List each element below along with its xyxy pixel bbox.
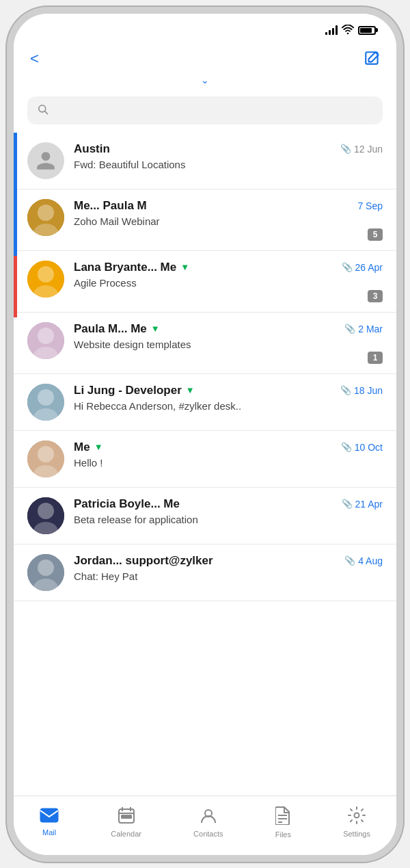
svg-rect-31: [125, 815, 128, 818]
mail-icon: [40, 808, 59, 826]
nav-item-settings[interactable]: Settings: [336, 804, 377, 841]
email-sender: Me ▼: [74, 440, 103, 454]
email-content: Paula M... Me ▼ 📎 2 Mar Website design t…: [74, 322, 383, 364]
email-content: Li Jung - Developer ▼ 📎 18 Jun Hi Rebecc…: [74, 384, 383, 412]
wifi-icon: [342, 25, 354, 36]
nav-item-contacts[interactable]: Contacts: [187, 804, 230, 841]
email-list-item[interactable]: Lana Bryante... Me ▼ 📎 26 Apr Agile Proc…: [14, 251, 396, 313]
email-date: 📎 2 Mar: [344, 324, 383, 334]
email-list-item[interactable]: Austin 📎 12 Jun Fwd: Beautiful Locations: [14, 133, 396, 189]
email-date: 📎 18 Jun: [340, 385, 383, 396]
avatar: [27, 384, 64, 421]
email-list-item[interactable]: Jordan... support@zylker 📎 4 Aug Chat: H…: [14, 544, 396, 601]
svg-point-20: [38, 503, 54, 519]
avatar: [27, 554, 64, 591]
email-list-item[interactable]: Patricia Boyle... Me 📎 21 Apr Beta relea…: [14, 488, 396, 544]
nav-item-files[interactable]: Files: [269, 803, 298, 841]
email-sender: Li Jung - Developer ▼: [74, 384, 195, 397]
search-bar[interactable]: [27, 96, 383, 124]
files-nav-label: Files: [275, 830, 291, 839]
back-button[interactable]: <: [27, 47, 42, 70]
nav-item-calendar[interactable]: Calendar: [104, 804, 148, 841]
email-sender: Austin: [74, 142, 110, 156]
email-date: 📎 26 Apr: [342, 262, 383, 273]
email-subject: Hello !: [74, 457, 383, 469]
flag-icon: ▼: [186, 385, 195, 395]
svg-point-11: [38, 328, 54, 344]
count-badge: 5: [368, 228, 383, 241]
avatar: [27, 440, 64, 477]
flag-icon: ▼: [151, 324, 160, 334]
status-bar: [14, 14, 396, 42]
calendar-nav-label: Calendar: [111, 830, 141, 838]
count-badge: 1: [368, 352, 383, 364]
email-subject: Hi Rebecca Anderson, #zylker desk..: [74, 400, 383, 412]
flag-icon: ▼: [94, 442, 103, 452]
battery-icon: [358, 26, 376, 35]
svg-point-17: [38, 446, 54, 462]
svg-point-37: [355, 813, 359, 817]
attachment-icon: 📎: [342, 499, 353, 509]
email-content: Me... Paula M 7 Sep Zoho Mail Webinar 5: [74, 199, 383, 241]
svg-rect-30: [122, 815, 124, 818]
files-icon: [275, 806, 290, 828]
attachment-icon: 📎: [344, 324, 355, 334]
status-icons: [325, 25, 376, 36]
flag-icon: ▼: [180, 262, 189, 272]
email-subject: Beta release for application: [74, 514, 383, 525]
header: < ⌄: [14, 42, 396, 90]
svg-point-23: [38, 560, 54, 576]
svg-rect-32: [128, 815, 131, 818]
settings-icon: [348, 806, 366, 827]
search-icon: [37, 103, 49, 118]
settings-nav-label: Settings: [343, 830, 370, 838]
email-content: Me ▼ 📎 10 Oct Hello !: [74, 440, 383, 469]
avatar: [27, 142, 64, 179]
calendar-icon: [118, 806, 135, 827]
email-date: 📎 10 Oct: [341, 442, 383, 453]
contacts-nav-label: Contacts: [193, 830, 223, 838]
email-list-item[interactable]: Me... Paula M 7 Sep Zoho Mail Webinar 5: [14, 189, 396, 251]
svg-point-5: [38, 205, 54, 221]
email-subject: Agile Process: [74, 277, 383, 289]
signal-bars-icon: [325, 25, 338, 35]
email-subject: Fwd: Beautiful Locations: [74, 159, 383, 170]
accent-bar-red: [14, 256, 17, 317]
compose-button[interactable]: [362, 49, 383, 69]
email-list-item[interactable]: Me ▼ 📎 10 Oct Hello !: [14, 431, 396, 488]
nav-item-mail[interactable]: Mail: [33, 805, 66, 839]
search-container: [14, 90, 396, 133]
email-date: 📎 12 Jun: [340, 144, 383, 155]
mail-list: Austin 📎 12 Jun Fwd: Beautiful Locations…: [14, 133, 396, 795]
attachment-icon: 📎: [344, 555, 355, 566]
attachment-icon: 📎: [340, 144, 351, 154]
contacts-icon: [200, 806, 217, 827]
email-content: Patricia Boyle... Me 📎 21 Apr Beta relea…: [74, 497, 383, 525]
svg-point-0: [347, 32, 349, 34]
email-date: 📎 21 Apr: [342, 499, 383, 510]
avatar: [27, 322, 64, 359]
email-sender: Lana Bryante... Me ▼: [74, 261, 189, 274]
email-date: 📎 4 Aug: [344, 555, 383, 566]
phone-shell: < ⌄: [14, 14, 396, 855]
email-content: Lana Bryante... Me ▼ 📎 26 Apr Agile Proc…: [74, 261, 383, 302]
email-date: 7 Sep: [357, 200, 383, 211]
email-sender: Me... Paula M: [74, 199, 147, 213]
chevron-down-icon[interactable]: ⌄: [201, 75, 209, 86]
svg-point-14: [38, 389, 54, 406]
svg-point-8: [38, 266, 54, 282]
attachment-icon: 📎: [342, 262, 353, 272]
svg-rect-25: [40, 808, 58, 822]
email-content: Austin 📎 12 Jun Fwd: Beautiful Locations: [74, 142, 383, 170]
avatar: [27, 497, 64, 534]
email-subject: Zoho Mail Webinar: [74, 215, 383, 227]
email-list-item[interactable]: Paula M... Me ▼ 📎 2 Mar Website design t…: [14, 313, 396, 374]
avatar: [27, 199, 64, 236]
mail-nav-label: Mail: [42, 828, 56, 837]
attachment-icon: 📎: [341, 442, 352, 452]
svg-line-3: [45, 111, 48, 114]
accent-bar-blue: [14, 133, 17, 256]
email-list-item[interactable]: Li Jung - Developer ▼ 📎 18 Jun Hi Rebecc…: [14, 374, 396, 431]
email-sender: Patricia Boyle... Me: [74, 497, 180, 511]
avatar: [27, 261, 64, 298]
